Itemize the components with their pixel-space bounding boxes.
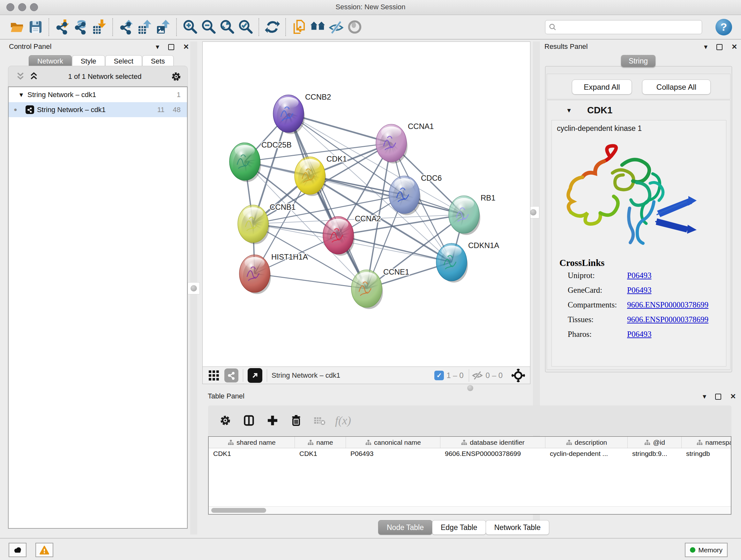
table-cell[interactable]: stringdb — [682, 448, 731, 460]
column-header-shared-name[interactable]: shared name — [209, 437, 295, 448]
network-node-CDC6[interactable]: CDC6 — [389, 174, 442, 215]
collapse-all-button[interactable]: Collapse All — [642, 79, 711, 95]
network-options-gear-icon[interactable] — [171, 71, 182, 82]
view-grid-icon[interactable] — [208, 369, 220, 381]
network-edge[interactable] — [288, 114, 367, 289]
main-toolbar: ? — [0, 15, 741, 40]
network-node-HIST1H1A[interactable]: HIST1H1A — [239, 253, 308, 294]
cloud-icon — [12, 545, 23, 555]
import-network-file-button[interactable] — [53, 18, 71, 37]
table-options-gear-icon[interactable] — [217, 412, 233, 429]
table-row[interactable]: CDK1CDK1P064939606.ENSP00000378699cyclin… — [209, 448, 731, 460]
crosslink-value[interactable]: 9606.ENSP00000378699 — [627, 315, 709, 324]
table-cell[interactable]: 9606.ENSP00000378699 — [441, 448, 545, 460]
export-image-button[interactable] — [154, 18, 172, 37]
network-bullet-icon: ● — [14, 106, 17, 113]
network-node-CCNB1[interactable]: CCNB1 — [238, 203, 295, 244]
tab-node-table[interactable]: Node Table — [378, 520, 432, 535]
network-canvas[interactable]: CCNB2 CCNA1 CDC25B CDK1 CDC6 RB1 CCNB1 — [202, 42, 530, 367]
string-import-button[interactable] — [290, 18, 308, 37]
collection-caret-icon[interactable]: ▾ — [19, 91, 23, 99]
network-node-CCNE1[interactable]: CCNE1 — [351, 267, 409, 309]
column-header-database-identifier[interactable]: database identifier — [441, 437, 545, 448]
warning-status-button[interactable] — [36, 543, 53, 557]
search-input[interactable] — [559, 23, 698, 31]
control-panel-menu-icon[interactable]: ▾ — [156, 44, 159, 51]
memory-button[interactable]: Memory — [685, 543, 728, 557]
create-column-icon[interactable] — [264, 412, 281, 429]
network-node-CCNB2[interactable]: CCNB2 — [273, 92, 331, 134]
zoom-selected-button[interactable] — [236, 18, 255, 37]
expand-all-button[interactable]: Expand All — [572, 79, 632, 95]
zoom-in-button[interactable] — [181, 18, 199, 37]
save-session-button[interactable] — [26, 18, 45, 37]
export-table-button[interactable] — [135, 18, 154, 37]
network-node-CDKN1A[interactable]: CDKN1A — [436, 241, 499, 283]
crosslink-value[interactable]: P06493 — [627, 286, 651, 295]
help-button[interactable]: ? — [716, 19, 732, 36]
network-node-CCNA2[interactable]: CCNA2 — [323, 214, 381, 256]
results-panel-float-icon[interactable] — [717, 44, 723, 50]
results-panel-menu-icon[interactable]: ▾ — [704, 44, 708, 51]
column-header-namespace[interactable]: namespace — [682, 437, 731, 448]
zoom-fit-button[interactable] — [218, 18, 236, 37]
column-header-canonical-name[interactable]: canonical name — [346, 437, 441, 448]
network-edge[interactable] — [338, 235, 452, 262]
view-share-icon[interactable] — [224, 368, 239, 382]
network-node-CDK1[interactable]: CDK1 — [294, 154, 347, 196]
tab-network-table[interactable]: Network Table — [486, 520, 549, 535]
control-panel-float-icon[interactable] — [168, 44, 174, 50]
network-row[interactable]: ● String Network – cdk1 11 48 — [9, 102, 187, 117]
selected-count: 1 – 0 — [447, 371, 463, 380]
column-header-description[interactable]: description — [545, 437, 628, 448]
network-collection-row[interactable]: ▾ String Network – cdk1 1 — [9, 87, 187, 102]
tab-string[interactable]: String — [621, 55, 656, 67]
zoom-out-button[interactable] — [199, 18, 218, 37]
show-panel-button[interactable] — [345, 18, 364, 37]
apply-layout-button[interactable] — [263, 18, 281, 37]
search-box[interactable] — [545, 20, 702, 34]
crosslink-row: Pharos:P06493 — [568, 330, 721, 345]
collapse-all-networks-icon[interactable] — [15, 71, 26, 82]
gene-caret-icon[interactable]: ▾ — [567, 106, 570, 114]
hide-panel-button[interactable] — [327, 18, 345, 37]
table-cell[interactable]: CDK1 — [295, 448, 346, 460]
crosslink-value[interactable]: 9606.ENSP00000378699 — [627, 300, 709, 309]
crosslink-value[interactable]: P06493 — [627, 271, 651, 280]
column-header-name[interactable]: name — [295, 437, 346, 448]
network-edge[interactable] — [255, 273, 367, 289]
table-horizontal-scrollbar[interactable] — [209, 506, 731, 514]
expand-all-networks-icon[interactable] — [28, 71, 39, 82]
open-session-button[interactable] — [8, 18, 26, 37]
import-network-database-button[interactable] — [71, 18, 90, 37]
protein-structure-image — [561, 135, 698, 256]
table-panel-close-icon[interactable]: ✕ — [730, 393, 736, 400]
left-splitter-handle[interactable] — [188, 282, 200, 294]
import-table-button[interactable] — [90, 18, 109, 37]
gene-section-header[interactable]: ▾ CDK1 — [547, 100, 730, 120]
export-network-button[interactable] — [117, 18, 135, 37]
network-node-RB1[interactable]: RB1 — [449, 193, 495, 235]
column-header--id[interactable]: @id — [628, 437, 682, 448]
column-header-label: description — [575, 439, 607, 446]
cloud-status-button[interactable] — [9, 543, 26, 557]
table-cell[interactable]: cyclin-dependent ... — [545, 448, 628, 460]
pan-crosshair-icon[interactable] — [512, 369, 525, 382]
tab-edge-table[interactable]: Edge Table — [432, 520, 486, 535]
table-panel-float-icon[interactable] — [715, 394, 721, 400]
network-node-CDC25B[interactable]: CDC25B — [229, 140, 292, 182]
table-scrollbar-thumb[interactable] — [211, 508, 266, 513]
selected-nodes-checkbox[interactable]: ✓ — [434, 371, 444, 380]
delete-column-icon[interactable] — [288, 412, 305, 429]
table-cell[interactable]: stringdb:9... — [628, 448, 682, 460]
detach-view-icon[interactable] — [248, 368, 262, 383]
control-panel-close-icon[interactable]: ✕ — [183, 44, 189, 51]
bottom-splitter-handle[interactable] — [467, 385, 473, 391]
table-panel-menu-icon[interactable]: ▾ — [703, 393, 706, 400]
table-cell[interactable]: P06493 — [346, 448, 441, 460]
crosslink-value[interactable]: P06493 — [627, 330, 651, 339]
table-cell[interactable]: CDK1 — [209, 448, 295, 460]
show-columns-icon[interactable] — [241, 412, 257, 429]
string-home-button[interactable] — [308, 18, 327, 37]
results-panel-close-icon[interactable]: ✕ — [731, 44, 737, 51]
